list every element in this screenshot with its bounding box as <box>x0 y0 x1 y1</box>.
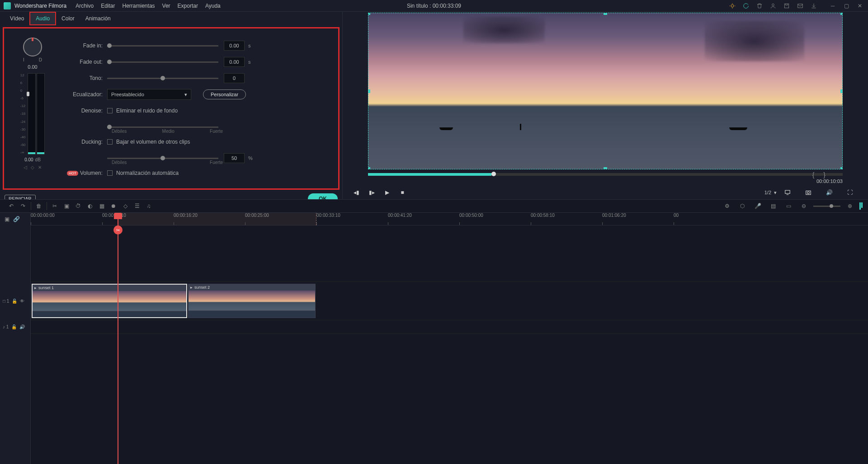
record-icon[interactable]: ⏺ <box>108 200 119 212</box>
svg-rect-2 <box>784 4 788 8</box>
audio-track[interactable]: ♪ 1🔓🔊 <box>31 320 868 334</box>
playhead[interactable]: ✂ <box>118 213 118 464</box>
prev-frame-button[interactable]: ◂▮ <box>351 187 362 198</box>
balance-knob[interactable] <box>23 37 42 56</box>
fade-in-slider[interactable] <box>107 45 218 47</box>
audio-sync-icon[interactable]: ♫ <box>143 200 155 212</box>
svg-rect-3 <box>798 4 803 7</box>
trash-icon[interactable] <box>756 2 763 9</box>
video-track[interactable]: □ 1🔓👁 ▸sunset 1 ▸sunset 2 <box>31 282 868 320</box>
user-icon[interactable] <box>769 2 777 9</box>
track-spacer[interactable] <box>31 225 868 282</box>
eq-label: Ecualizador: <box>66 91 107 98</box>
clip-sunset-1[interactable]: ▸sunset 1 <box>32 284 187 318</box>
mute-icon[interactable]: 🔊 <box>19 324 25 329</box>
vu-right[interactable] <box>37 73 45 155</box>
menu-help[interactable]: Ayuda <box>205 3 221 9</box>
ducking-slider[interactable] <box>107 158 218 159</box>
menu-export[interactable]: Exportar <box>178 3 198 9</box>
refresh-icon[interactable] <box>742 2 750 9</box>
timeline-ruler[interactable]: 00:00:00:00 00:00:08:10 00:00:16:20 00:0… <box>31 213 868 225</box>
stop-button[interactable]: ■ <box>397 187 408 198</box>
lock-icon[interactable]: 🔓 <box>11 324 17 329</box>
save-icon[interactable] <box>783 2 790 9</box>
caption-icon[interactable]: ▤ <box>767 200 779 212</box>
scissors-icon[interactable]: ✂ <box>113 225 123 234</box>
tone-slider[interactable] <box>107 78 218 79</box>
menu-file[interactable]: Archivo <box>75 3 94 9</box>
volume-icon[interactable]: 🔊 <box>824 187 835 198</box>
ducking-value[interactable]: 50 <box>224 153 245 163</box>
svg-rect-4 <box>785 190 790 193</box>
delete-button[interactable]: 🗑 <box>33 200 45 212</box>
eq-customize-button[interactable]: Personalizar <box>203 89 246 99</box>
selection-region[interactable] <box>118 213 316 225</box>
title-bar: Wondershare Filmora Archivo Editar Herra… <box>0 0 868 12</box>
fade-out-value[interactable]: 0.00 <box>224 57 245 67</box>
snapshot-icon[interactable] <box>803 187 814 198</box>
keyframe-icon[interactable]: ◇ <box>119 200 131 212</box>
tips-icon[interactable] <box>729 2 736 9</box>
vu-meters: 1260-6-12-18-24-30-40-60-∞ <box>20 73 45 155</box>
greenscreen-icon[interactable]: ▦ <box>96 200 108 212</box>
play-button[interactable]: ▶ <box>382 187 392 198</box>
denoise-label: Denoise: <box>66 108 107 114</box>
level-indicator <box>859 202 863 210</box>
tone-label: Tono: <box>66 75 107 81</box>
close-button[interactable]: ✕ <box>855 2 864 9</box>
preview-scrubber[interactable]: { } <box>368 173 843 176</box>
hot-badge: HOT <box>67 171 78 176</box>
volume-auto-checkbox[interactable] <box>107 170 113 176</box>
next-frame-button[interactable]: ▮▸ <box>366 187 377 198</box>
adjust-icon[interactable]: ☰ <box>131 200 143 212</box>
eye-icon[interactable]: 👁 <box>20 299 24 304</box>
ducking-checkbox[interactable] <box>107 139 113 145</box>
tab-video[interactable]: Vídeo <box>5 13 29 24</box>
redo-button[interactable]: ↷ <box>17 200 29 212</box>
display-icon[interactable] <box>782 187 793 198</box>
menu-tools[interactable]: Herramientas <box>123 3 155 9</box>
zoom-out-button[interactable]: ⊖ <box>798 200 810 212</box>
minimize-button[interactable]: ─ <box>828 2 837 9</box>
mail-icon[interactable] <box>797 2 804 9</box>
color-icon[interactable]: ◐ <box>84 200 96 212</box>
vu-left[interactable] <box>28 73 36 155</box>
maximize-button[interactable]: ▢ <box>842 2 851 9</box>
timeline: ▣🔗 00:00:00:00 00:00:08:10 00:00:16:20 0… <box>0 213 868 464</box>
fade-in-value[interactable]: 0.00 <box>224 41 245 51</box>
denoise-checkbox[interactable] <box>107 108 113 113</box>
preview-canvas[interactable] <box>368 13 843 169</box>
menu-view[interactable]: Ver <box>162 3 170 9</box>
fullscreen-icon[interactable]: ⛶ <box>844 187 855 198</box>
svg-point-0 <box>731 5 734 7</box>
lock-icon[interactable]: 🔓 <box>12 299 17 304</box>
audio-panel: ID 0.00 1260-6-12-18-24-30-40-60-∞ 0.00d… <box>3 27 340 190</box>
denoise-slider[interactable] <box>107 127 218 128</box>
tab-animation[interactable]: Animación <box>80 13 116 24</box>
mixer-icon[interactable]: ⚙ <box>721 200 733 212</box>
media-icon[interactable]: ▣ <box>5 216 9 222</box>
undo-button[interactable]: ↶ <box>5 200 17 212</box>
timeline-gutter: ▣🔗 <box>0 213 31 464</box>
eq-select[interactable]: Preestablecido▾ <box>107 89 191 100</box>
property-tabs: Vídeo Audio Color Animación <box>0 12 342 25</box>
fade-out-slider[interactable] <box>107 61 218 63</box>
tab-color[interactable]: Color <box>56 13 80 24</box>
menu-edit[interactable]: Editar <box>101 3 115 9</box>
split-icon[interactable]: ✂ <box>49 200 61 212</box>
crop-icon[interactable]: ▣ <box>61 200 72 212</box>
render-icon[interactable]: ▭ <box>783 200 794 212</box>
zoom-in-button[interactable]: ⊕ <box>844 200 856 212</box>
svg-point-1 <box>772 4 774 6</box>
tab-audio[interactable]: Audio <box>29 12 56 25</box>
mic-icon[interactable]: 🎤 <box>752 200 764 212</box>
zoom-slider[interactable] <box>813 206 840 207</box>
marker-icon[interactable]: ⬡ <box>736 200 748 212</box>
keyframe-controls[interactable]: ◁◇✕ <box>24 165 42 170</box>
clip-sunset-2[interactable]: ▸sunset 2 <box>188 284 316 318</box>
preview-zoom-select[interactable]: 1/2▾ <box>764 190 777 196</box>
download-icon[interactable] <box>810 2 817 9</box>
link-icon[interactable]: 🔗 <box>13 216 20 222</box>
tone-value[interactable]: 0 <box>224 73 245 83</box>
speed-icon[interactable]: ⏱ <box>72 200 84 212</box>
